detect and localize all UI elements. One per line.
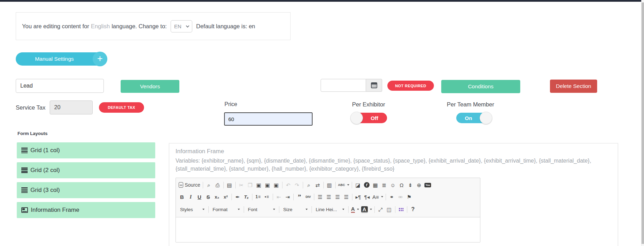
editor-copy-formatting-button[interactable]: ✒ bbox=[233, 192, 242, 201]
editor-indent-button[interactable]: ⇥ bbox=[283, 192, 292, 201]
editor-line-height-combo[interactable]: Line Hei... bbox=[313, 205, 347, 214]
editor-link-button[interactable]: ⚭ bbox=[387, 192, 396, 201]
about-icon: ? bbox=[411, 207, 415, 212]
editor-print-button[interactable]: ⎙ bbox=[213, 180, 222, 189]
editor-paste-word-button[interactable]: ▣ bbox=[272, 180, 281, 189]
section-name-input[interactable] bbox=[16, 79, 104, 93]
editor-source-button[interactable]: ‹›Source bbox=[178, 180, 201, 189]
scrollbar-thumb[interactable] bbox=[642, 2, 644, 244]
editor-about-button[interactable]: ? bbox=[409, 205, 417, 214]
editor-remove-format-button[interactable]: Tₓ bbox=[242, 192, 251, 201]
editor-image-button[interactable]: ◪ bbox=[353, 180, 362, 189]
editor-align-right-button[interactable]: ☰ bbox=[333, 192, 342, 201]
per-team-member-toggle[interactable]: On bbox=[456, 113, 491, 123]
toolbar-row-1: ‹›Source⌕⎙▤✂❐▣▣▣↶↷⌕⇄▥ABC◪f▦≣☺Ω⇟⊕You bbox=[178, 179, 478, 191]
chevron-down-icon bbox=[370, 209, 372, 210]
default-tax-badge[interactable]: DEFAULT TAX bbox=[99, 102, 144, 113]
editor-font-combo[interactable]: Font bbox=[245, 205, 278, 214]
rich-text-editor: ‹›Source⌕⎙▤✂❐▣▣▣↶↷⌕⇄▥ABC◪f▦≣☺Ω⇟⊕YouBIUSx… bbox=[176, 178, 480, 243]
chevron-down-icon bbox=[202, 209, 205, 210]
toggle-knob[interactable] bbox=[480, 112, 492, 124]
vendors-button[interactable]: Vendors bbox=[121, 80, 179, 93]
editor-align-center-button[interactable]: ☰ bbox=[324, 192, 333, 201]
plus-icon[interactable]: + bbox=[93, 52, 107, 66]
editor-blockquote-button[interactable]: ” bbox=[295, 192, 304, 201]
date-input[interactable] bbox=[321, 79, 366, 92]
editor-page-break-button[interactable]: ⇟ bbox=[406, 180, 415, 189]
editor-justify-button[interactable]: ☰ bbox=[342, 192, 351, 201]
not-required-badge[interactable]: NOT REQUIRED bbox=[387, 81, 434, 91]
editor-find-button[interactable]: ⌕ bbox=[305, 180, 313, 189]
vertical-scrollbar[interactable] bbox=[641, 0, 644, 246]
conditions-button[interactable]: Conditions bbox=[441, 80, 520, 93]
per-team-member-label: Per Team Member bbox=[447, 101, 494, 108]
editor-align-left-button[interactable]: ☰ bbox=[316, 192, 324, 201]
form-layouts-list: Grid (1 col)Grid (2 col)Grid (3 col)Info… bbox=[17, 142, 155, 222]
editor-bidi-rtl-button[interactable]: ¶◂ bbox=[363, 192, 371, 201]
chevron-down-icon bbox=[238, 209, 240, 210]
editor-superscript-button[interactable]: x² bbox=[221, 192, 230, 201]
price-input[interactable] bbox=[224, 112, 313, 126]
toolbar-divider bbox=[208, 206, 209, 213]
editor-background-color-button[interactable]: A bbox=[360, 205, 373, 214]
editor-iframe-button[interactable]: ⊕ bbox=[415, 180, 423, 189]
editor-paste-button[interactable]: ▣ bbox=[255, 180, 263, 189]
editor-styles-combo[interactable]: Styles bbox=[178, 205, 207, 214]
editor-select-all-button[interactable]: ▥ bbox=[325, 180, 334, 189]
language-select-value: EN bbox=[174, 23, 181, 29]
form-layout-item-grid-3-col[interactable]: Grid (3 col) bbox=[17, 182, 155, 198]
undo-icon: ↶ bbox=[286, 182, 291, 188]
editor-color-grid-button[interactable] bbox=[397, 205, 406, 214]
editor-bidi-ltr-button[interactable]: ▸¶ bbox=[354, 192, 363, 201]
manual-settings-button[interactable]: Manual Settings + bbox=[16, 52, 107, 66]
form-layouts-title: Form Layouts bbox=[17, 131, 48, 136]
editor-spellcheck-button[interactable]: ABC bbox=[337, 180, 350, 189]
editor-bulleted-list-button[interactable]: •≡ bbox=[263, 192, 271, 201]
form-layout-item-grid-1-col[interactable]: Grid (1 col) bbox=[17, 142, 155, 158]
date-picker-button[interactable] bbox=[366, 79, 382, 92]
editor-table-button[interactable]: ▦ bbox=[371, 180, 380, 189]
editor-div-container-button[interactable]: DIV bbox=[304, 192, 313, 201]
delete-section-button[interactable]: Delete Section bbox=[550, 80, 597, 93]
editor-underline-button[interactable]: U bbox=[195, 192, 204, 201]
language-select[interactable]: EN bbox=[171, 20, 192, 32]
toggle-knob[interactable] bbox=[350, 112, 363, 124]
superscript-icon: x² bbox=[224, 195, 228, 199]
editor-templates-button[interactable]: ▤ bbox=[225, 180, 234, 189]
bulleted-list-icon: •≡ bbox=[265, 195, 269, 199]
toolbar-divider bbox=[335, 182, 336, 188]
flash-icon: f bbox=[364, 182, 370, 188]
per-exhibitor-label: Per Exhibitor bbox=[352, 101, 385, 108]
form-layout-item-grid-2-col[interactable]: Grid (2 col) bbox=[17, 162, 155, 178]
editor-horizontal-rule-button[interactable]: ≣ bbox=[380, 180, 388, 189]
editor-text-color-button[interactable]: A bbox=[350, 205, 360, 214]
editor-maximize-button[interactable]: ⤢ bbox=[376, 205, 385, 214]
editor-replace-button[interactable]: ⇄ bbox=[313, 180, 322, 189]
editor-size-combo[interactable]: Size bbox=[281, 205, 310, 214]
editor-format-combo[interactable]: Format bbox=[210, 205, 242, 214]
form-layout-item-information-frame[interactable]: Information Frame bbox=[17, 202, 155, 218]
editor-numbered-list-button[interactable]: 1≡ bbox=[254, 192, 263, 201]
editor-bold-button[interactable]: B bbox=[178, 192, 186, 201]
editor-special-char-button[interactable]: Ω bbox=[397, 180, 406, 189]
editor-content-area[interactable] bbox=[176, 217, 480, 242]
editor-anchor-button[interactable]: ⚑ bbox=[405, 192, 414, 201]
bars-icon bbox=[21, 167, 28, 173]
editor-flash-button[interactable]: f bbox=[362, 180, 371, 189]
chevron-down-icon bbox=[342, 209, 344, 210]
editor-italic-button[interactable]: I bbox=[186, 192, 195, 201]
editor-preview-button[interactable]: ⌕ bbox=[205, 180, 213, 189]
editor-paste-text-button[interactable]: ▣ bbox=[263, 180, 272, 189]
source-icon: ‹› bbox=[179, 182, 183, 188]
page-break-icon: ⇟ bbox=[408, 182, 413, 188]
editor-language-button[interactable]: A≡ bbox=[371, 192, 384, 201]
editor-undo-button: ↶ bbox=[284, 180, 293, 189]
preview-icon: ⌕ bbox=[207, 182, 210, 188]
editor-strikethrough-button[interactable]: S bbox=[204, 192, 213, 201]
editor-subscript-button[interactable]: x₂ bbox=[213, 192, 221, 201]
editor-show-blocks-button[interactable]: ◫ bbox=[385, 205, 394, 214]
per-exhibitor-toggle[interactable]: Off bbox=[351, 113, 387, 123]
editor-youtube-button[interactable]: You bbox=[423, 180, 432, 189]
strikethrough-icon: S bbox=[206, 194, 210, 200]
editor-smiley-button[interactable]: ☺ bbox=[388, 180, 397, 189]
